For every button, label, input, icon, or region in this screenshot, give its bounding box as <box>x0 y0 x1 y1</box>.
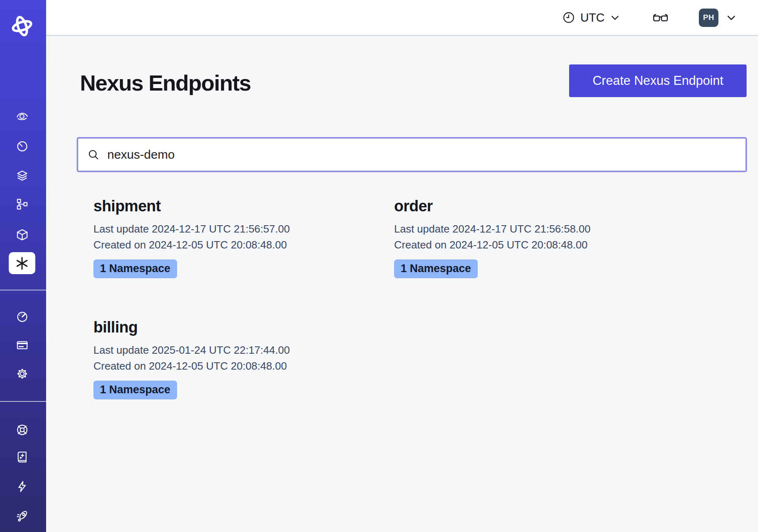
endpoint-last-update: Last update 2024-12-17 UTC 21:56:57.00 <box>93 221 394 237</box>
endpoint-name-link[interactable]: order <box>394 197 747 215</box>
rocket-icon <box>16 509 29 522</box>
create-nexus-endpoint-button[interactable]: Create Nexus Endpoint <box>569 64 747 97</box>
temporal-logo-icon <box>10 14 34 38</box>
sidebar-item-settings[interactable] <box>7 361 37 386</box>
page-header: Nexus Endpoints Create Nexus Endpoint <box>77 64 747 102</box>
search-icon <box>87 149 100 161</box>
sidebar-item-billing[interactable] <box>7 332 37 357</box>
labs-mode-toggle[interactable] <box>652 11 669 24</box>
namespace-count-badge: 1 Namespace <box>93 259 177 278</box>
sidebar-item-modules[interactable] <box>7 222 37 247</box>
sidebar-divider <box>0 290 46 290</box>
layers-icon <box>16 169 29 182</box>
endpoint-last-update: Last update 2025-01-24 UTC 22:17:44.00 <box>93 342 394 358</box>
sidebar-item-feedback[interactable] <box>7 474 37 499</box>
sidebar-item-getting-started[interactable] <box>7 503 37 528</box>
endpoint-name-link[interactable]: billing <box>93 319 394 336</box>
timezone-label: UTC <box>580 11 605 24</box>
top-bar: UTC PH <box>46 0 758 36</box>
sidebar-logo-link[interactable] <box>7 14 37 38</box>
chevron-down-icon <box>725 12 737 24</box>
endpoint-card-grid: shipment Last update 2024-12-17 UTC 21:5… <box>93 197 747 399</box>
sidebar-item-nexus-selected[interactable] <box>9 252 35 274</box>
endpoint-created-on: Created on 2024-12-05 UTC 20:08:48.00 <box>93 237 394 253</box>
search-input[interactable] <box>107 138 738 171</box>
book-sparkles-icon <box>16 450 29 464</box>
timer-icon <box>16 139 29 153</box>
endpoint-last-update: Last update 2024-12-17 UTC 21:56:58.00 <box>394 221 747 237</box>
sidebar-item-batch-operations[interactable] <box>7 192 37 216</box>
endpoint-card-order: order Last update 2024-12-17 UTC 21:56:5… <box>394 197 747 278</box>
glasses-icon <box>652 11 669 24</box>
sidebar-item-deployments[interactable] <box>7 163 37 188</box>
spiral-eye-icon <box>16 109 29 122</box>
sidebar-nav <box>0 0 46 532</box>
branch-nodes-icon <box>16 197 29 211</box>
chevron-down-icon <box>610 12 621 23</box>
account-menu[interactable]: PH <box>699 9 737 27</box>
lightning-icon <box>16 480 29 493</box>
main-content: Nexus Endpoints Create Nexus Endpoint sh… <box>46 37 758 532</box>
cube-icon <box>16 228 29 242</box>
asterisk-nexus-icon <box>15 256 30 271</box>
sidebar-item-usage[interactable] <box>7 304 37 328</box>
avatar[interactable]: PH <box>699 9 718 27</box>
sidebar-item-schedules[interactable] <box>7 133 37 158</box>
life-ring-icon <box>16 423 29 436</box>
endpoint-created-on: Created on 2024-12-05 UTC 20:08:48.00 <box>394 237 747 253</box>
gauge-icon <box>16 310 29 323</box>
sidebar-item-namespaces[interactable] <box>7 103 37 128</box>
namespace-count-badge: 1 Namespace <box>394 259 478 278</box>
sidebar-divider <box>0 401 46 402</box>
namespace-count-badge: 1 Namespace <box>93 381 177 399</box>
endpoint-card-billing: billing Last update 2025-01-24 UTC 22:17… <box>93 319 394 399</box>
timezone-selector[interactable]: UTC <box>562 11 621 24</box>
endpoint-name-link[interactable]: shipment <box>93 197 394 215</box>
sidebar-item-support[interactable] <box>7 417 37 441</box>
search-box <box>77 137 747 172</box>
endpoint-created-on: Created on 2024-12-05 UTC 20:08:48.00 <box>93 358 394 374</box>
endpoint-card-shipment: shipment Last update 2024-12-17 UTC 21:5… <box>93 197 394 278</box>
clock-icon <box>562 11 575 24</box>
credit-card-icon <box>16 338 29 352</box>
gear-icon <box>16 367 29 380</box>
sidebar-item-docs[interactable] <box>7 445 37 469</box>
